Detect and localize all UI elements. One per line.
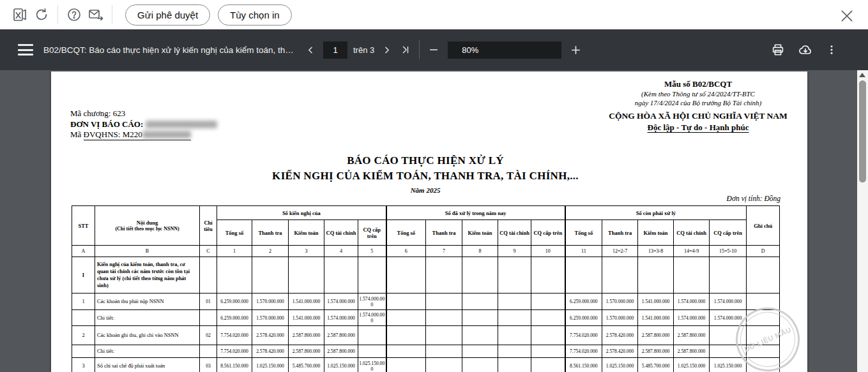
watermark-text: DỮ LIỆU MẪU (743, 325, 793, 353)
vertical-scrollbar[interactable] (857, 70, 868, 372)
table-cell: 2.578.420.000 (602, 345, 638, 358)
column-code: D (747, 246, 780, 257)
cell-stt: I (72, 257, 95, 294)
more-options-button[interactable] (823, 41, 840, 59)
cell-stt (72, 310, 95, 326)
table-cell (462, 294, 498, 310)
table-row: 3Số chi sai chế độ phải xuất toán038.561… (72, 358, 780, 372)
chevron-right-icon (383, 46, 391, 54)
refresh-icon (34, 7, 49, 22)
header-subcol: CQ tài chính (674, 220, 710, 246)
table-cell (324, 257, 358, 294)
table-cell: 7.754.020.000 (217, 326, 252, 345)
table-row: Chi tiết:6.259.000.0001.570.000.0001.541… (72, 310, 780, 326)
table-cell: 6.259.000.000 (565, 310, 602, 326)
table-cell: 6.259.000.000 (565, 294, 602, 310)
cell-chitieu: 02 (200, 326, 217, 345)
table-cell: 1.574.000.000 (324, 294, 358, 310)
column-code: C (200, 246, 217, 257)
zoom-out-button[interactable] (426, 42, 441, 57)
report-title-block: BÁO CÁO THỰC HIỆN XỬ LÝ KIẾN NGHỊ CỦA KI… (72, 154, 779, 194)
help-button[interactable] (63, 4, 85, 26)
header-subcol: Tổng số (217, 220, 252, 246)
refresh-button[interactable] (31, 4, 52, 26)
document-page: Mã chương: 623 ĐƠN VỊ BÁO CÁO: Mã ĐVQHNS… (51, 71, 807, 372)
column-code: 12=2-7 (602, 246, 638, 257)
zoom-level-display[interactable]: 80% (448, 41, 561, 59)
table-cell (289, 257, 324, 294)
download-button[interactable] (795, 40, 816, 59)
table-cell: 2.578.420.000 (602, 326, 638, 345)
table-cell (747, 257, 780, 294)
table-cell: 7.754.020.000 (217, 345, 252, 358)
print-button[interactable] (768, 40, 788, 59)
report-title-line1: BÁO CÁO THỰC HIỆN XỬ LÝ (72, 154, 779, 167)
table-cell (462, 310, 498, 326)
table-cell: 6.259.000.000 (217, 294, 252, 310)
header-subcol: Kiểm toán (638, 220, 674, 246)
reporting-unit-block: Mã chương: 623 ĐƠN VỊ BÁO CÁO: Mã ĐVQHNS… (70, 108, 217, 140)
close-icon (839, 8, 855, 24)
table-cell: 1.025.150.000 (602, 358, 638, 372)
scrollbar-thumb[interactable] (859, 80, 866, 182)
table-cell: 2.587.800.000 (638, 326, 674, 345)
table-cell (498, 358, 531, 372)
table-cell: 1.574.000.000 (324, 310, 358, 326)
chevron-left-icon (307, 46, 315, 54)
column-code: 3 (289, 246, 324, 257)
cell-chitieu (200, 257, 217, 294)
table-cell: 2.587.800.000 (674, 326, 710, 345)
table-cell (386, 310, 426, 326)
table-cell: 1.025.150.000 (710, 358, 747, 372)
close-button[interactable] (839, 6, 858, 26)
table-cell (498, 345, 531, 358)
column-code: 8 (462, 246, 498, 257)
table-cell: 1.025.150.000 (358, 358, 386, 372)
table-cell: 7.754.020.000 (565, 345, 602, 358)
send-approval-button[interactable]: Gửi phê duyệt (125, 4, 210, 26)
table-cell: 2.587.800.000 (674, 345, 710, 358)
menu-button[interactable] (18, 44, 33, 56)
table-cell: 2.587.800.000 (289, 345, 324, 358)
table-cell (498, 257, 531, 294)
column-code: 11 (565, 246, 602, 257)
table-cell (252, 257, 289, 294)
cell-stt: 2 (72, 326, 95, 345)
national-motto: Độc lập - Tự do - Hạnh phúc (600, 123, 796, 133)
zoom-in-button[interactable] (568, 42, 584, 58)
last-page-button[interactable] (399, 43, 413, 57)
table-cell: 1.574.000.000 (358, 310, 386, 326)
table-cell: 1.570.000.000 (252, 310, 289, 326)
kebab-menu-icon (826, 43, 837, 56)
table-cell (462, 345, 498, 358)
scrollbar-up-arrow[interactable] (859, 73, 865, 77)
table-cell (386, 257, 426, 294)
column-code: 13=3-8 (638, 246, 674, 257)
cell-stt: 1 (72, 294, 95, 310)
page-number-input[interactable] (323, 41, 347, 59)
toolbar-divider (57, 5, 58, 24)
table-cell (531, 257, 565, 294)
table-cell (531, 294, 565, 310)
header-group: Số đã xử lý trong năm nay (386, 206, 565, 220)
table-cell: 1.574.000.000 (674, 294, 710, 310)
table-cell (462, 326, 498, 345)
header-subcol: Thanh tra (252, 220, 289, 246)
next-page-button[interactable] (380, 43, 393, 57)
previous-page-button[interactable] (304, 43, 317, 57)
toolbar-divider (419, 40, 420, 59)
table-cell: 1.025.150.000 (252, 358, 289, 372)
circular-reference-line2: ngày 17/4/2024 của Bộ trưởng Bộ Tài chín… (600, 98, 796, 107)
table-cell (462, 257, 498, 294)
print-options-button[interactable]: Tùy chọn in (218, 4, 292, 26)
table-cell (531, 326, 565, 345)
national-title: CỘNG HÒA XÃ HỘI CHỦ NGHĨA VIỆT NAM (600, 111, 796, 121)
unit-id-label: ĐVQHNS: M220 (84, 130, 142, 139)
unit-id-line: Mã ĐVQHNS: M220 (70, 130, 217, 140)
cell-stt: 3 (72, 358, 95, 372)
last-page-icon (401, 45, 410, 54)
print-icon (771, 43, 785, 57)
excel-export-button[interactable] (9, 4, 31, 26)
header-subcol: Thanh tra (602, 220, 638, 246)
send-mail-button[interactable] (85, 4, 107, 26)
